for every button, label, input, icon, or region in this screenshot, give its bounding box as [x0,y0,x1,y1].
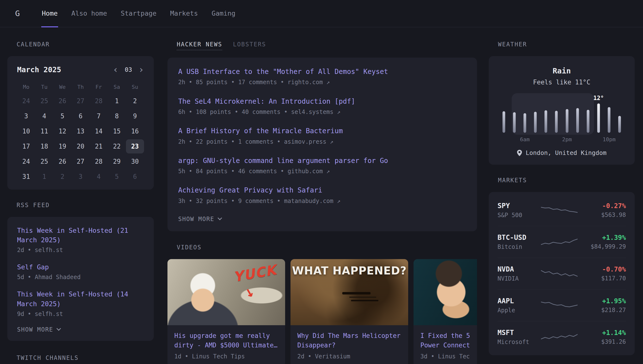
nav-tab[interactable]: Home [41,0,58,27]
news-show-more-button[interactable]: SHOW MORE [178,216,466,222]
calendar-day: 16 [126,124,144,138]
market-sparkline [541,236,577,248]
weather-bar [555,111,558,133]
news-item-title[interactable]: Achieving Great Privacy with Safari [178,186,466,195]
market-row[interactable]: MSFT Microsoft +1.14% $391.26 [497,321,626,353]
rss-item-meta: 2d • selfh.st [17,247,144,254]
video-card[interactable]: YUCK ↓ His upgrade got me really dirty -… [168,259,285,364]
market-values: +1.95% $218.27 [577,297,626,314]
market-row[interactable]: AAPL Apple +1.95% $218.27 [497,290,626,321]
news-source-tab[interactable]: HACKER NEWS [177,41,222,50]
weather-bar-slot [541,92,551,144]
news-list: A USB Interface to the "Mother of All De… [178,67,466,205]
video-meta: 1d • Linus Tech Tips [174,353,278,360]
weather-bar-slot: 2pm [562,92,572,144]
video-title[interactable]: Why Did The Mars Helicopter Disappear? [297,331,401,350]
weather-widget: Rain Feels like 11°C [489,56,635,165]
nav-tab[interactable]: Gaming [211,0,236,27]
news-widget: A USB Interface to the "Mother of All De… [168,58,477,231]
weekday-label: Sa [108,84,126,90]
market-change: -0.27% [577,202,626,210]
market-row[interactable]: SPY S&P 500 -0.27% $563.98 [497,194,626,226]
rss-item-title[interactable]: Self Gap [17,262,144,272]
chevron-right-icon[interactable]: › [138,65,144,74]
weather-location-row: London, United Kingdom [498,149,625,156]
video-title[interactable]: I Fixed the 5 Power Connect [420,331,477,350]
market-name: Bitcoin [497,244,541,250]
news-item-title[interactable]: argp: GNU-style command line argument pa… [178,156,466,165]
calendar-day: 27 [72,94,90,108]
market-id: BTC-USD Bitcoin [497,234,541,250]
weekday-row: Mo Tu We Th Fr Sa Su [17,84,144,90]
market-values: +1.14% $391.26 [577,329,626,345]
market-sparkline-wrap [541,204,577,217]
calendar-day: 22 [108,139,126,154]
chevron-down-icon [218,216,222,220]
news-item-meta: 3h • 32 points • 9 comments • matanabudy… [178,197,466,205]
weather-bar [566,109,568,133]
show-more-label: SHOW MORE [17,326,53,333]
calendar-day: 31 [17,170,35,184]
show-more-label: SHOW MORE [178,216,214,222]
rss-item-title[interactable]: This Week in Self-Hosted (21 March 2025) [17,226,144,245]
calendar-day: 13 [72,124,90,138]
nav-tab[interactable]: Startpage [120,0,157,27]
calendar-grid: 24 25 26 27 28 1 2 3 4 5 [17,94,144,184]
rss-item-title[interactable]: This Week in Self-Hosted (14 March 2025) [17,289,144,308]
time-label: 10pm [603,136,616,142]
market-price: $84,999.29 [577,243,626,250]
news-item-meta: 6h • 108 points • 40 comments • sel4.sys… [178,108,466,116]
chevron-left-icon[interactable]: ‹ [113,65,118,74]
market-sparkline-wrap [541,330,577,344]
weekday-label: Fr [90,84,108,90]
market-id: SPY S&P 500 [497,202,541,218]
news-item-title[interactable]: The SeL4 Microkernel: An Introduction [p… [178,97,466,106]
news-source-tab[interactable]: LOBSTERS [233,41,266,50]
news-item: A USB Interface to the "Mother of All De… [178,67,466,86]
rss-item: This Week in Self-Hosted (21 March 2025)… [17,226,144,254]
video-card[interactable]: DO TH T I Fixed the 5 Power Connect 3d •… [413,259,477,364]
market-row[interactable]: BTC-USD Bitcoin +1.39% $84,999.29 [497,226,626,258]
weather-bars: 6am [498,92,625,144]
news-item-meta: 2h • 22 points • 1 comments • asimov.pre… [178,138,466,146]
market-id: MSFT Microsoft [497,328,541,346]
nav-tab[interactable]: Also home [71,0,107,27]
video-info: His upgrade got me really dirty - AMD $5… [168,325,285,364]
news-item-meta: 2h • 85 points • 17 comments • righto.co… [178,78,466,86]
market-price: $391.26 [577,338,626,345]
market-ticker: SPY [497,202,541,210]
market-values: -0.70% $117.70 [577,266,626,282]
calendar-day: 3 [72,170,90,184]
videos-row: YUCK ↓ His upgrade got me really dirty -… [168,259,477,364]
video-card[interactable]: WHAT HAPPENED? Why Did The Mars Helicopt… [291,259,408,364]
weekday-label: Tu [35,84,53,90]
market-values: +1.39% $84,999.29 [577,234,626,250]
weather-bar [597,104,600,133]
rss-show-more-button[interactable]: SHOW MORE [17,326,144,333]
video-info: Why Did The Mars Helicopter Disappear? 2… [291,325,408,364]
nav-tab[interactable]: Markets [170,0,199,27]
video-title[interactable]: His upgrade got me really dirty - AMD $5… [174,331,278,350]
market-sparkline [541,267,577,280]
calendar-day: 9 [126,109,144,123]
news-item-title[interactable]: A Brief History of the Miracle Bacterium [178,126,466,136]
news-source-tabs: HACKER NEWS LOBSTERS [177,41,477,50]
weather-bar-slot: 10pm [604,92,614,144]
weather-location: London, United Kingdom [526,149,606,156]
markets-widget: SPY S&P 500 -0.27% $563.98 BTC-USD B [489,192,635,355]
chevron-down-icon [56,326,61,331]
app-logo[interactable]: G [15,9,20,18]
calendar-widget: March 2025 ‹ 03 › Mo Tu We Th Fr [7,56,154,190]
weather-bar [513,112,515,133]
news-item-title[interactable]: A USB Interface to the "Mother of All De… [178,67,466,76]
calendar-day: 1 [35,170,53,184]
markets-section-label: MARKETS [498,177,635,184]
market-id: AAPL Apple [497,297,541,314]
video-thumbnail: DO TH T [413,259,477,325]
market-row[interactable]: NVDA NVIDIA -0.70% $117.70 [497,258,626,290]
right-column: WEATHER Rain Feels like 11°C [489,41,635,364]
calendar-day: 5 [54,109,72,123]
calendar-day: 21 [90,139,108,154]
calendar-section-label: CALENDAR [17,41,154,48]
calendar-day: 28 [90,94,108,108]
